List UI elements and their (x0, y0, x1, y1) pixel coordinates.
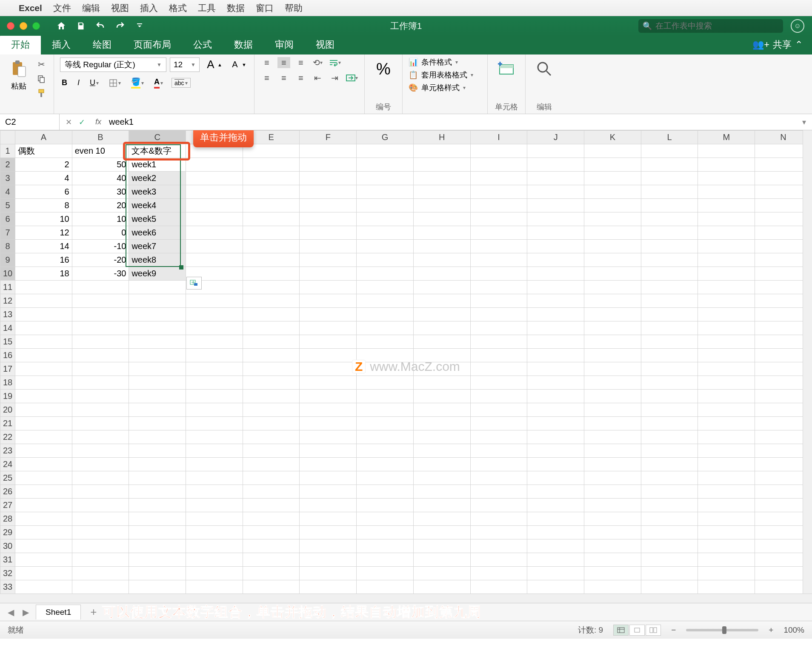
cell[interactable] (470, 553, 527, 567)
cell[interactable] (300, 185, 357, 199)
cell[interactable] (357, 362, 414, 376)
cell[interactable] (300, 253, 357, 267)
cell[interactable] (129, 417, 186, 430)
cell[interactable] (470, 499, 527, 512)
cell[interactable] (300, 417, 357, 430)
font-name-select[interactable]: 等线 Regular (正文)▼ (60, 57, 166, 72)
cell[interactable] (186, 253, 243, 267)
cell[interactable] (357, 172, 414, 185)
column-header[interactable]: H (413, 131, 470, 144)
cell[interactable] (300, 199, 357, 212)
cell[interactable] (243, 390, 300, 403)
cell[interactable] (584, 172, 641, 185)
cell[interactable] (641, 376, 698, 390)
cell[interactable] (300, 471, 357, 485)
align-right-button[interactable]: ≡ (294, 72, 307, 83)
cell[interactable] (357, 376, 414, 390)
cell[interactable] (470, 471, 527, 485)
expand-formula-bar-icon[interactable]: ▾ (796, 118, 812, 127)
cell[interactable] (129, 485, 186, 499)
row-header[interactable]: 33 (0, 580, 15, 594)
cell[interactable] (15, 281, 72, 294)
cell[interactable] (641, 321, 698, 335)
row-header[interactable]: 28 (0, 512, 15, 526)
italic-button[interactable]: I (76, 77, 81, 88)
cell[interactable] (300, 390, 357, 403)
tab-page-layout[interactable]: 页面布局 (123, 35, 182, 54)
wrap-text-button[interactable]: ▾ (329, 57, 341, 68)
cell[interactable] (584, 458, 641, 471)
cell[interactable] (72, 512, 129, 526)
cell[interactable] (413, 567, 470, 580)
cell[interactable] (470, 567, 527, 580)
cut-icon[interactable]: ✂ (35, 59, 48, 70)
cell[interactable] (698, 526, 755, 539)
cell[interactable] (357, 267, 414, 281)
cell[interactable] (15, 308, 72, 321)
cell[interactable] (186, 321, 243, 335)
cell[interactable]: 30 (72, 185, 129, 199)
align-middle-button[interactable]: ≡ (277, 57, 290, 68)
cell[interactable] (584, 294, 641, 308)
cell[interactable] (641, 172, 698, 185)
cell[interactable] (300, 376, 357, 390)
row-header[interactable]: 30 (0, 539, 15, 553)
cell[interactable] (357, 308, 414, 321)
cell[interactable] (243, 553, 300, 567)
close-window-button[interactable] (7, 22, 14, 30)
cell[interactable] (186, 349, 243, 362)
cell[interactable] (300, 308, 357, 321)
cell[interactable] (300, 403, 357, 417)
cell[interactable] (470, 199, 527, 212)
cell[interactable] (527, 349, 584, 362)
cell[interactable] (72, 539, 129, 553)
cell[interactable] (243, 185, 300, 199)
font-size-select[interactable]: 12▼ (170, 57, 200, 72)
cell[interactable] (413, 144, 470, 158)
autofill-options-icon[interactable] (186, 277, 202, 290)
cell[interactable] (470, 417, 527, 430)
cell[interactable] (584, 553, 641, 567)
row-header[interactable]: 26 (0, 485, 15, 499)
cell[interactable] (641, 417, 698, 430)
cell[interactable] (698, 267, 755, 281)
row-header[interactable]: 24 (0, 458, 15, 471)
cell[interactable] (413, 580, 470, 594)
cell[interactable] (413, 539, 470, 553)
cell[interactable] (527, 553, 584, 567)
qat-customize-icon[interactable] (134, 20, 146, 32)
cell[interactable] (129, 321, 186, 335)
cell[interactable] (470, 580, 527, 594)
cell[interactable] (584, 308, 641, 321)
cell[interactable]: -30 (72, 267, 129, 281)
cell[interactable] (698, 390, 755, 403)
cell[interactable] (15, 349, 72, 362)
cell[interactable] (641, 553, 698, 567)
row-header[interactable]: 2 (0, 158, 15, 172)
cell[interactable] (698, 349, 755, 362)
cell[interactable] (413, 444, 470, 458)
cell[interactable]: even 10 (72, 144, 129, 158)
cell[interactable] (641, 403, 698, 417)
cell[interactable] (527, 172, 584, 185)
cell[interactable] (584, 199, 641, 212)
cell[interactable] (15, 444, 72, 458)
cell[interactable] (72, 281, 129, 294)
fx-icon[interactable]: fx (91, 118, 106, 126)
cell[interactable] (129, 526, 186, 539)
cell[interactable] (15, 390, 72, 403)
zoom-thumb[interactable] (722, 626, 726, 634)
cell[interactable] (186, 226, 243, 240)
cell[interactable] (641, 512, 698, 526)
cell[interactable] (584, 240, 641, 253)
cell[interactable] (527, 294, 584, 308)
cell[interactable] (129, 362, 186, 376)
cell[interactable] (357, 458, 414, 471)
increase-indent-button[interactable]: ⇥ (329, 72, 341, 83)
cell[interactable] (129, 430, 186, 444)
cell[interactable] (470, 144, 527, 158)
tab-draw[interactable]: 绘图 (82, 35, 123, 54)
cell[interactable] (584, 567, 641, 580)
cell[interactable] (243, 580, 300, 594)
cell[interactable] (641, 240, 698, 253)
